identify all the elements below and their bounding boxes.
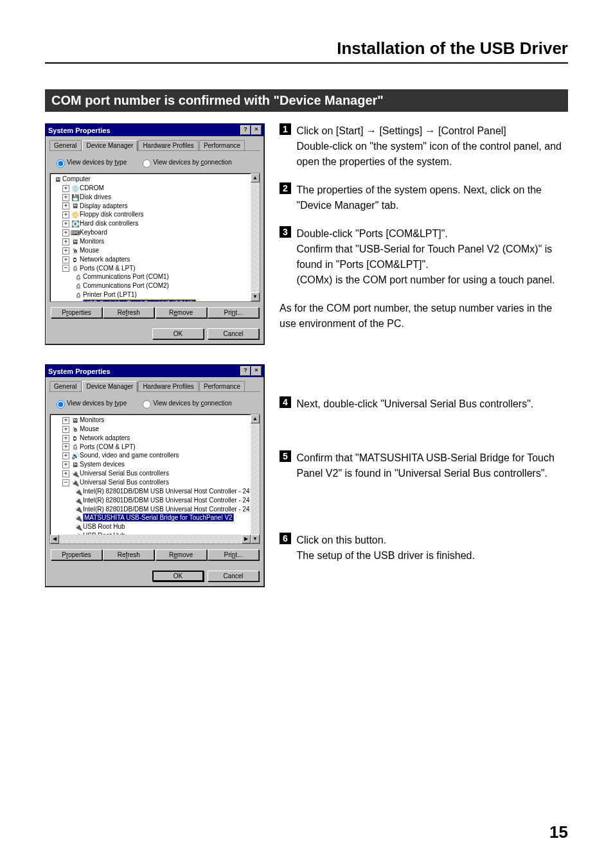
step-2: 2 The properties of the system opens. Ne… xyxy=(280,182,568,213)
dialog-titlebar: System Properties ? × xyxy=(46,365,264,377)
content-block-2: System Properties ? × General Device Man… xyxy=(45,364,568,587)
tab-performance[interactable]: Performance xyxy=(199,140,245,150)
step-number-icon: 6 xyxy=(280,533,291,544)
print-button[interactable]: Print... xyxy=(208,307,259,318)
tree-root[interactable]: Computer xyxy=(62,175,91,182)
vertical-scrollbar[interactable]: ▲ ▼ xyxy=(251,173,260,301)
tree-item[interactable]: Disk drives xyxy=(80,193,111,200)
step-text: Double-click on "the system" icon of the… xyxy=(296,141,561,167)
scroll-up-icon[interactable]: ▲ xyxy=(251,414,260,423)
cancel-button[interactable]: Cancel xyxy=(208,328,259,339)
ok-button[interactable]: OK xyxy=(152,571,204,581)
step-text: As for the COM port number, the setup nu… xyxy=(280,301,568,332)
tree-item-ports[interactable]: Ports (COM & LPT) xyxy=(80,265,136,272)
section-title: COM port number is confirmed with "Devic… xyxy=(45,89,568,112)
tree-item-usb[interactable]: Universal Serial Bus controllers xyxy=(80,479,169,486)
properties-button[interactable]: Properties xyxy=(51,549,102,560)
radio-view-by-type[interactable]: View devices by type xyxy=(53,398,127,409)
step-number-icon: 4 xyxy=(280,396,291,408)
help-icon[interactable]: ? xyxy=(240,366,251,376)
tab-performance[interactable]: Performance xyxy=(199,381,245,391)
step-text: Confirm that "USB-Serial for Touch Panel… xyxy=(296,244,552,270)
dialog-title: System Properties xyxy=(48,368,111,375)
tree-item-selected[interactable]: MATSUSHITA USB-Serial Bridge for TouchPa… xyxy=(83,513,234,522)
remove-button[interactable]: Remove xyxy=(155,307,207,318)
cancel-button[interactable]: Cancel xyxy=(208,571,259,581)
tree-item[interactable]: Network adapters xyxy=(80,434,130,441)
tree-item[interactable]: Printer Port (LPT1) xyxy=(83,291,137,298)
step-number-icon: 2 xyxy=(280,182,291,194)
tree-item[interactable]: Intel(R) 82801DB/DBM USB Universal Host … xyxy=(83,506,250,513)
tab-general[interactable]: General xyxy=(49,381,82,391)
step-3: 3 Double-click "Ports [COM&LPT]". Confir… xyxy=(280,226,568,288)
page-header: Installation of the USB Driver xyxy=(45,39,568,64)
tab-hardware-profiles[interactable]: Hardware Profiles xyxy=(138,381,198,391)
tree-item[interactable]: Communications Port (COM1) xyxy=(83,273,169,280)
scroll-right-icon[interactable]: ▶ xyxy=(242,535,251,544)
tab-hardware-profiles[interactable]: Hardware Profiles xyxy=(138,140,198,150)
dialog-tabs: General Device Manager Hardware Profiles… xyxy=(49,140,260,151)
scroll-up-icon[interactable]: ▲ xyxy=(251,173,260,182)
step-text: Click on this button. xyxy=(296,535,386,545)
radio-view-by-connection[interactable]: View devices by connection xyxy=(139,157,232,168)
close-icon[interactable]: × xyxy=(251,125,262,135)
vertical-scrollbar[interactable]: ▲ ▼ xyxy=(251,414,260,544)
document-page: Installation of the USB Driver COM port … xyxy=(0,0,613,868)
print-button[interactable]: Print... xyxy=(208,549,259,560)
refresh-button[interactable]: Refresh xyxy=(103,307,154,318)
tree-item[interactable]: Intel(R) 82801DB/DBM USB Universal Host … xyxy=(83,488,250,495)
ok-button[interactable]: OK xyxy=(152,328,204,339)
device-tree[interactable]: +🖥Monitors +🖱Mouse +⧮Network adapters +⎙… xyxy=(49,414,260,544)
tree-item[interactable]: Universal Serial Bus controllers xyxy=(80,470,169,477)
tree-item[interactable]: Mouse xyxy=(80,425,99,432)
properties-button[interactable]: Properties xyxy=(51,307,102,318)
help-icon[interactable]: ? xyxy=(240,125,251,135)
radio-view-by-type[interactable]: View devices by type xyxy=(53,157,127,168)
step-number-icon: 3 xyxy=(280,226,291,238)
scroll-left-icon[interactable]: ◀ xyxy=(50,535,59,544)
tree-item[interactable]: Floppy disk controllers xyxy=(80,211,143,218)
close-icon[interactable]: × xyxy=(251,366,262,376)
dialog-title: System Properties xyxy=(48,127,111,134)
horizontal-scrollbar[interactable]: ◀ ▶ xyxy=(50,535,251,544)
scroll-down-icon[interactable]: ▼ xyxy=(251,292,260,301)
tree-item-selected[interactable]: USB-Serial for TouchPanel V2 (COM3) xyxy=(83,299,196,302)
step-text: The properties of the system opens. Next… xyxy=(296,182,565,213)
tree-item[interactable]: Ports (COM & LPT) xyxy=(80,443,136,450)
scroll-down-icon[interactable]: ▼ xyxy=(251,535,260,544)
step-text: (COMx) is the COM port number for using … xyxy=(296,274,555,285)
step-number-icon: 1 xyxy=(280,123,291,135)
step-3-note: As for the COM port number, the setup nu… xyxy=(280,301,568,332)
remove-button[interactable]: Remove xyxy=(155,549,207,560)
system-properties-dialog-1: System Properties ? × General Device Man… xyxy=(45,123,265,345)
tab-general[interactable]: General xyxy=(49,140,82,150)
content-block-1: System Properties ? × General Device Man… xyxy=(45,123,568,345)
tree-item[interactable]: Communications Port (COM2) xyxy=(83,282,169,289)
tree-item[interactable]: CDROM xyxy=(80,184,104,191)
step-text: Click on [Start] → [Settings] → [Control… xyxy=(296,125,506,136)
step-text: Double-click "Ports [COM&LPT]". xyxy=(296,228,447,239)
tree-item[interactable]: Sound, video and game controllers xyxy=(80,452,179,459)
step-number-icon: 5 xyxy=(280,450,291,462)
tree-item[interactable]: Network adapters xyxy=(80,256,130,263)
tree-item[interactable]: Monitors xyxy=(80,416,104,423)
tree-item[interactable]: Keyboard xyxy=(80,229,107,236)
tree-item[interactable]: Hard disk controllers xyxy=(80,220,138,227)
step-5: 5 Confirm that "MATSUSHITA USB-Serial Br… xyxy=(280,450,568,481)
radio-view-by-connection[interactable]: View devices by connection xyxy=(139,398,232,409)
device-tree[interactable]: 🖥Computer +💿CDROM +💾Disk drives +🖥Displa… xyxy=(49,173,260,302)
system-properties-dialog-2: System Properties ? × General Device Man… xyxy=(45,364,265,587)
tree-item[interactable]: Mouse xyxy=(80,247,99,254)
tree-item[interactable]: Display adapters xyxy=(80,202,127,209)
refresh-button[interactable]: Refresh xyxy=(103,549,154,560)
tab-device-manager[interactable]: Device Manager xyxy=(82,140,138,151)
tree-item[interactable]: System devices xyxy=(80,461,125,468)
step-text: Next, double-click "Universal Serial Bus… xyxy=(296,396,565,412)
tree-item[interactable]: USB Root Hub xyxy=(83,523,125,530)
tree-item[interactable]: Monitors xyxy=(80,238,104,245)
step-4: 4 Next, double-click "Universal Serial B… xyxy=(280,396,568,412)
tab-device-manager[interactable]: Device Manager xyxy=(82,381,138,392)
tree-item[interactable]: Intel(R) 82801DB/DBM USB Universal Host … xyxy=(83,497,250,504)
step-6: 6 Click on this button. The setup of the… xyxy=(280,533,568,563)
step-text: Confirm that "MATSUSHITA USB-Serial Brid… xyxy=(296,450,565,481)
